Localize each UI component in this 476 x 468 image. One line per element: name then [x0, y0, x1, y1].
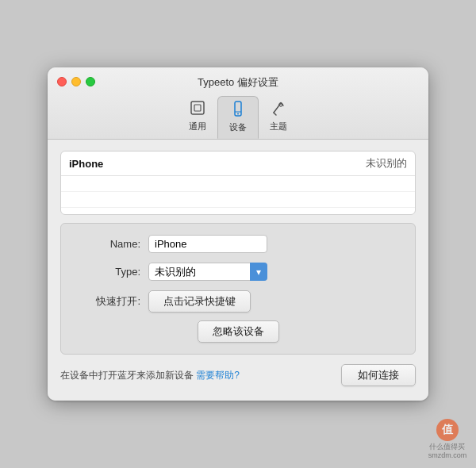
device-status: 未识别的 — [366, 156, 407, 171]
svg-rect-1 — [194, 105, 201, 111]
device-panel: iPhone 未识别的 — [60, 151, 416, 215]
footer-hint: 在设备中打开蓝牙来添加新设备 需要帮助? — [60, 369, 240, 382]
type-select-wrap: 未识别的 — [148, 263, 267, 281]
shortcut-label: 快速打开: — [77, 294, 140, 309]
content-area: iPhone 未识别的 Name: Type: — [48, 140, 428, 401]
general-icon — [189, 99, 206, 119]
device-name: iPhone — [69, 158, 103, 170]
device-list-header: iPhone 未识别的 — [61, 152, 415, 176]
tab-devices-label: 设备 — [229, 121, 247, 133]
traffic-lights — [57, 77, 95, 86]
svg-line-5 — [274, 103, 281, 113]
device-row-2[interactable] — [61, 192, 415, 208]
type-row: Type: 未识别的 — [77, 263, 399, 281]
tab-general-label: 通用 — [189, 121, 206, 132]
ignore-device-button[interactable]: 忽略该设备 — [198, 320, 279, 343]
close-button[interactable] — [57, 77, 67, 86]
shortcut-row: 快速打开: 点击记录快捷键 — [77, 290, 399, 313]
tab-theme[interactable]: 主题 — [259, 96, 298, 139]
help-link[interactable]: 需要帮助? — [196, 370, 240, 381]
maximize-button[interactable] — [86, 77, 95, 86]
watermark-text: 什么值得买smzdm.com — [428, 443, 467, 460]
record-shortcut-button[interactable]: 点击记录快捷键 — [148, 290, 251, 313]
name-row: Name: — [77, 235, 399, 253]
watermark-icon: 值 — [436, 419, 459, 441]
type-select[interactable]: 未识别的 — [148, 263, 267, 281]
titlebar: Typeeto 偏好设置 通用 — [48, 67, 428, 140]
devices-icon — [229, 100, 247, 120]
tab-general[interactable]: 通用 — [178, 96, 217, 139]
tab-theme-label: 主题 — [270, 121, 287, 132]
footer: 在设备中打开蓝牙来添加新设备 需要帮助? 如何连接 — [60, 364, 416, 388]
svg-rect-0 — [191, 102, 204, 114]
toolbar: 通用 设备 — [178, 96, 298, 139]
window-title: Typeeto 偏好设置 — [198, 75, 278, 90]
type-label: Type: — [77, 266, 140, 278]
how-to-connect-button[interactable]: 如何连接 — [341, 364, 416, 386]
svg-point-4 — [237, 113, 239, 115]
tab-devices[interactable]: 设备 — [217, 96, 259, 139]
svg-line-7 — [274, 113, 276, 115]
ignore-row: 忽略该设备 — [77, 320, 399, 343]
device-list-rows — [61, 176, 415, 214]
device-row-1[interactable] — [61, 176, 415, 192]
minimize-button[interactable] — [71, 77, 81, 86]
detail-panel: Name: Type: 未识别的 快速打开: 点击记录快 — [60, 223, 416, 355]
theme-icon — [270, 99, 287, 119]
name-input[interactable] — [148, 235, 267, 253]
preferences-window: Typeeto 偏好设置 通用 — [48, 67, 428, 401]
name-label: Name: — [77, 238, 140, 250]
watermark: 值 什么值得买smzdm.com — [425, 417, 470, 462]
